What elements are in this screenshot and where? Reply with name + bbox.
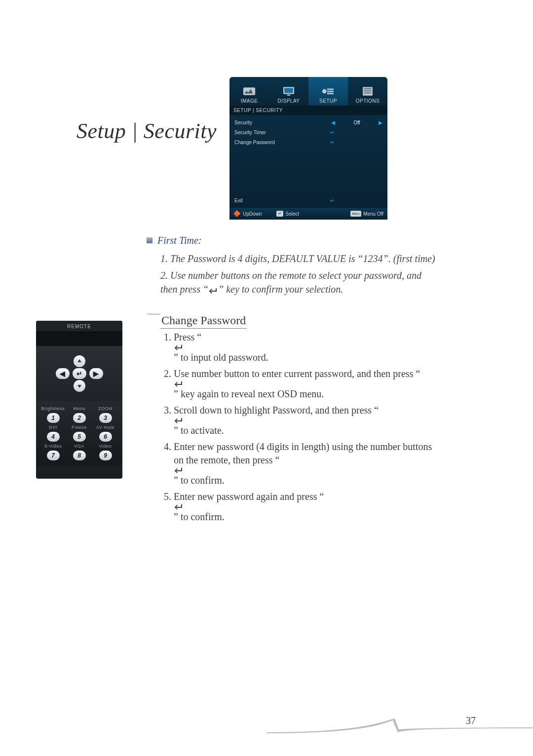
change-password-list: Press “” to input old password. Use numb… xyxy=(161,331,437,527)
display-icon xyxy=(282,86,296,97)
enter-icon xyxy=(174,380,437,387)
square-bullet-icon xyxy=(147,237,152,243)
enter-icon: ↵ xyxy=(330,198,334,203)
left-arrow-icon: ◀ xyxy=(331,120,335,125)
up-button xyxy=(74,355,85,367)
enter-icon xyxy=(208,287,218,294)
enter-icon xyxy=(174,503,437,510)
svg-point-4 xyxy=(322,89,327,94)
svg-rect-2 xyxy=(284,88,293,93)
cp-item-3: Scroll down to highlight Password, and t… xyxy=(174,404,437,437)
image-icon xyxy=(242,86,256,97)
updown-icon xyxy=(233,210,240,217)
osd-tab-bar: IMAGE DISPLAY SETUP OPTIONS xyxy=(229,77,387,106)
remote-number-grid: BrightnessMenuZOOM 123 DVIFreezeAV mute … xyxy=(36,401,122,465)
footer-decoration xyxy=(266,716,533,735)
svg-rect-3 xyxy=(287,95,291,96)
menu-key-icon: Menu xyxy=(350,211,361,217)
right-button: ▶ xyxy=(89,368,103,379)
svg-rect-11 xyxy=(364,92,371,93)
svg-rect-10 xyxy=(364,90,371,91)
remote-num-1: 1 xyxy=(47,413,60,423)
cp-item-4: Enter new password (4 digits in length) … xyxy=(174,440,437,487)
page-title: Setup | Security xyxy=(76,118,217,144)
remote-illustration: REMOTE ◀ ↵ ▶ BrightnessMenuZOOM 123 DVIF… xyxy=(36,321,122,479)
svg-rect-6 xyxy=(327,91,334,92)
remote-num-6: 6 xyxy=(99,432,112,442)
setup-icon xyxy=(321,86,335,97)
enter-button: ↵ xyxy=(73,368,86,379)
remote-num-3: 3 xyxy=(99,413,112,423)
osd-row-change-password: Change Password ↵ xyxy=(234,138,382,147)
enter-icon xyxy=(174,467,437,474)
osd-body: Security ◀ Off ▶ Security Timer ↵ Change… xyxy=(229,115,387,208)
left-button: ◀ xyxy=(56,368,70,379)
svg-rect-5 xyxy=(327,89,334,90)
enter-key-icon: ↵ xyxy=(276,211,283,217)
remote-dpad: ◀ ↵ ▶ xyxy=(36,346,122,401)
svg-rect-7 xyxy=(327,93,334,94)
first-time-heading: First Time: xyxy=(147,235,201,246)
first-time-item-1: 1. The Password is 4 digits, DEFAULT VAL… xyxy=(160,252,437,265)
remote-num-5: 5 xyxy=(73,432,86,442)
enter-icon xyxy=(174,344,437,351)
remote-num-2: 2 xyxy=(73,413,86,423)
remote-num-8: 8 xyxy=(73,451,86,460)
enter-icon: ↵ xyxy=(330,130,334,135)
remote-ir-window xyxy=(36,332,122,346)
first-time-item-2: 2. Use number buttons on the remote to s… xyxy=(160,268,437,296)
cp-item-2: Use number button to enter current passw… xyxy=(174,367,437,401)
remote-num-7: 7 xyxy=(47,451,60,460)
enter-icon: ↵ xyxy=(330,140,334,145)
osd-row-security-timer: Security Timer ↵ xyxy=(234,128,382,137)
remote-num-9: 9 xyxy=(99,451,112,460)
cp-item-5: Enter new password again and press “” to… xyxy=(174,490,437,524)
change-password-heading: Change Password xyxy=(160,314,247,329)
osd-row-exit: Exit ↵ xyxy=(234,196,382,205)
first-time-list: 1. The Password is 4 digits, DEFAULT VAL… xyxy=(160,249,437,296)
osd-footer: UpDown ↵Select MenuMenu Off xyxy=(229,208,387,220)
right-arrow-icon: ▶ xyxy=(379,120,382,125)
options-icon xyxy=(361,86,375,97)
osd-breadcrumb: SETUP | SECURITY xyxy=(229,106,387,115)
heading-rule xyxy=(148,314,160,314)
osd-menu: IMAGE DISPLAY SETUP OPTIONS SETUP | SECU… xyxy=(229,77,387,231)
enter-icon xyxy=(174,417,437,424)
osd-tab-image: IMAGE xyxy=(229,77,269,106)
cp-item-1: Press “” to input old password. xyxy=(174,331,437,364)
down-button xyxy=(74,380,85,392)
osd-tab-display: DISPLAY xyxy=(269,77,308,106)
osd-tab-setup: SETUP xyxy=(308,77,348,106)
osd-row-security: Security ◀ Off ▶ xyxy=(234,118,382,127)
svg-rect-9 xyxy=(364,88,371,89)
remote-num-4: 4 xyxy=(47,432,60,442)
remote-title: REMOTE xyxy=(36,321,122,332)
osd-tab-options: OPTIONS xyxy=(348,77,387,106)
